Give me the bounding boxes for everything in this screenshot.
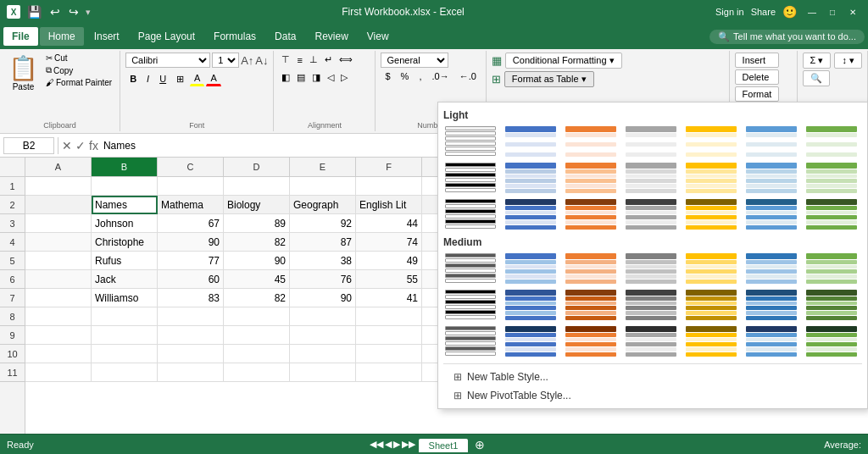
cell-e4[interactable]: 87 <box>290 233 356 252</box>
table-style-med-18[interactable] <box>684 324 738 358</box>
cell-d3[interactable]: 89 <box>224 214 290 233</box>
table-style-light-4[interactable] <box>684 125 738 158</box>
cell-a10[interactable] <box>25 345 92 363</box>
align-bottom-btn[interactable]: ⊥ <box>307 53 320 67</box>
insert-function-icon[interactable]: fx <box>89 139 98 152</box>
format-btn[interactable]: Format <box>735 86 780 102</box>
sheet-nav-prev[interactable]: ◀ <box>385 439 392 450</box>
cell-b4[interactable]: Christophe <box>92 233 158 252</box>
wrap-text-btn[interactable]: ↵ <box>322 53 335 67</box>
col-header-a[interactable]: A <box>25 158 92 176</box>
cell-e1[interactable] <box>290 177 356 196</box>
table-style-light-12[interactable] <box>744 161 798 195</box>
font-shrink-icon[interactable]: A↓ <box>255 54 268 67</box>
table-style-med-6[interactable] <box>804 252 859 285</box>
table-style-med-10[interactable] <box>624 288 678 322</box>
search-box[interactable]: 🔍 Tell me what you want to do... <box>709 30 865 44</box>
cell-b5[interactable]: Rufus <box>92 252 158 270</box>
cell-c8[interactable] <box>158 307 224 326</box>
table-style-light-19[interactable] <box>744 197 798 231</box>
sheet-tab-sheet1[interactable]: Sheet1 <box>419 439 469 452</box>
cell-e11[interactable] <box>290 363 356 382</box>
cell-b3[interactable]: Johnson <box>92 214 158 233</box>
table-style-med-4[interactable] <box>684 252 738 285</box>
menu-file[interactable]: File <box>3 27 38 46</box>
cell-d11[interactable] <box>224 363 290 382</box>
number-format-select[interactable]: General <box>381 53 448 68</box>
find-btn[interactable]: 🔍 <box>803 70 830 86</box>
format-as-table-btn[interactable]: Format as Table ▾ <box>504 71 594 87</box>
cell-d8[interactable] <box>224 307 290 326</box>
merge-btn[interactable]: ⟺ <box>337 53 355 67</box>
table-style-med-5[interactable] <box>744 252 798 285</box>
cell-f11[interactable] <box>356 363 422 382</box>
table-style-light-0[interactable] <box>443 125 498 158</box>
align-middle-btn[interactable]: ≡ <box>294 53 304 67</box>
new-pivottable-style-btn[interactable]: ⊞ New PivotTable Style... <box>443 386 862 405</box>
cell-c1[interactable] <box>158 177 224 196</box>
font-family-select[interactable]: Calibri <box>125 53 210 68</box>
col-header-c[interactable]: C <box>158 158 224 176</box>
cell-a5[interactable] <box>25 252 92 270</box>
bold-btn[interactable]: B <box>125 72 141 86</box>
table-style-med-17[interactable] <box>624 324 678 358</box>
cell-a1[interactable] <box>25 177 92 196</box>
table-style-light-7[interactable] <box>443 161 498 195</box>
cell-f3[interactable]: 44 <box>356 214 422 233</box>
cell-f9[interactable] <box>356 326 422 345</box>
align-center-btn[interactable]: ▤ <box>294 70 308 85</box>
table-style-med-15[interactable] <box>504 324 558 358</box>
cell-c6[interactable]: 60 <box>158 270 224 289</box>
confirm-formula-icon[interactable]: ✓ <box>75 139 86 152</box>
table-style-light-13[interactable] <box>804 161 859 195</box>
table-style-light-18[interactable] <box>684 197 738 231</box>
cell-a3[interactable] <box>25 214 92 233</box>
table-style-light-8[interactable] <box>504 161 558 195</box>
sheet-nav-next[interactable]: ▶ <box>393 439 400 450</box>
cancel-formula-icon[interactable]: ✕ <box>62 139 72 152</box>
cell-f5[interactable]: 49 <box>356 252 422 270</box>
cell-b7[interactable]: Williamso <box>92 289 158 307</box>
cell-e8[interactable] <box>290 307 356 326</box>
cell-c10[interactable] <box>158 345 224 363</box>
sheet-nav-first[interactable]: ◀◀ <box>370 439 383 450</box>
table-style-med-1[interactable] <box>504 252 558 285</box>
align-top-btn[interactable]: ⊤ <box>279 53 292 67</box>
cell-e10[interactable] <box>290 345 356 363</box>
align-left-btn[interactable]: ◧ <box>279 70 292 85</box>
cell-e7[interactable]: 90 <box>290 289 356 307</box>
conditional-formatting-btn[interactable]: Conditional Formatting ▾ <box>505 53 622 69</box>
table-style-med-7[interactable] <box>443 288 498 322</box>
highlight-btn[interactable]: A <box>190 71 204 86</box>
cell-f7[interactable]: 41 <box>356 289 422 307</box>
cell-a6[interactable] <box>25 270 92 289</box>
cell-e6[interactable]: 76 <box>290 270 356 289</box>
table-style-light-3[interactable] <box>624 125 678 158</box>
menu-data[interactable]: Data <box>266 27 304 46</box>
menu-insert[interactable]: Insert <box>86 27 128 46</box>
sort-filter-btn[interactable]: ↕ ▾ <box>834 53 862 69</box>
cell-a11[interactable] <box>25 363 92 382</box>
menu-review[interactable]: Review <box>306 27 356 46</box>
cell-a2[interactable] <box>25 196 92 214</box>
cell-c4[interactable]: 90 <box>158 233 224 252</box>
insert-btn[interactable]: Insert <box>735 53 780 68</box>
col-header-e[interactable]: E <box>290 158 356 176</box>
table-style-light-9[interactable] <box>564 161 618 195</box>
percent-btn[interactable]: % <box>397 69 414 83</box>
cell-f4[interactable]: 74 <box>356 233 422 252</box>
cell-b2[interactable]: Names <box>92 196 158 214</box>
cell-d6[interactable]: 45 <box>224 270 290 289</box>
indent-increase-btn[interactable]: ▷ <box>338 70 350 85</box>
dec-increase-btn[interactable]: .0→ <box>427 69 453 83</box>
italic-btn[interactable]: I <box>142 72 153 86</box>
cell-f8[interactable] <box>356 307 422 326</box>
cell-d9[interactable] <box>224 326 290 345</box>
table-style-light-2[interactable] <box>564 125 618 158</box>
table-style-light-11[interactable] <box>684 161 738 195</box>
paste-btn[interactable]: 📋 Paste <box>5 53 42 93</box>
cell-d1[interactable] <box>224 177 290 196</box>
table-style-med-16[interactable] <box>564 324 618 358</box>
table-style-light-14[interactable] <box>443 197 498 231</box>
table-style-light-6[interactable] <box>804 125 859 158</box>
